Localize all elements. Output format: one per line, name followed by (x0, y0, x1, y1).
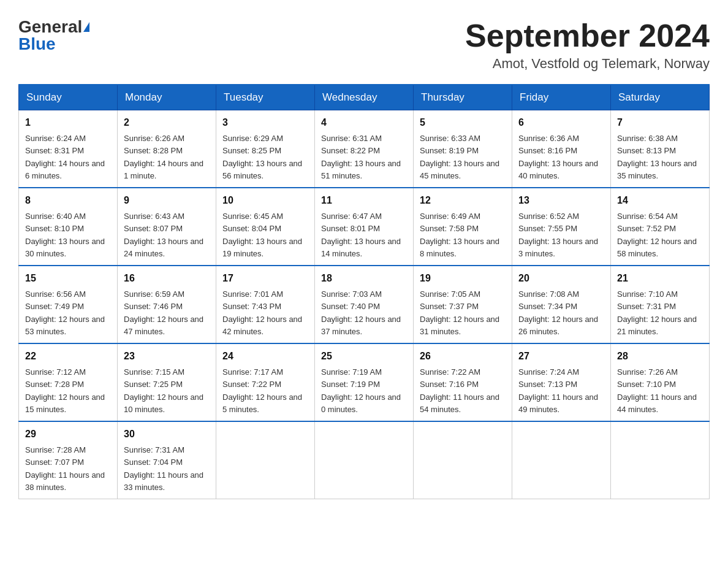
calendar-cell: 3Sunrise: 6:29 AMSunset: 8:25 PMDaylight… (216, 110, 315, 188)
cell-content: Sunrise: 6:36 AMSunset: 8:16 PMDaylight:… (518, 134, 598, 180)
day-number: 14 (617, 193, 703, 208)
title-section: September 2024 Amot, Vestfold og Telemar… (465, 18, 710, 72)
logo-blue-text: Blue (18, 36, 56, 53)
location-text: Amot, Vestfold og Telemark, Norway (465, 56, 710, 72)
cell-content: Sunrise: 6:33 AMSunset: 8:19 PMDaylight:… (420, 134, 499, 180)
calendar-cell: 27Sunrise: 7:24 AMSunset: 7:13 PMDayligh… (512, 343, 611, 421)
cell-content: Sunrise: 7:19 AMSunset: 7:19 PMDaylight:… (321, 367, 401, 414)
calendar-header-row: SundayMondayTuesdayWednesdayThursdayFrid… (19, 85, 710, 110)
cell-content: Sunrise: 7:28 AMSunset: 7:07 PMDaylight:… (25, 445, 105, 492)
calendar-cell: 6Sunrise: 6:36 AMSunset: 8:16 PMDaylight… (512, 110, 611, 188)
calendar-cell: 9Sunrise: 6:43 AMSunset: 8:07 PMDaylight… (118, 188, 216, 266)
calendar-cell: 7Sunrise: 6:38 AMSunset: 8:13 PMDaylight… (611, 110, 710, 188)
day-number: 22 (25, 349, 111, 364)
cell-content: Sunrise: 7:17 AMSunset: 7:22 PMDaylight:… (222, 367, 302, 414)
day-number: 11 (321, 193, 407, 208)
day-number: 10 (222, 193, 308, 208)
calendar-cell: 23Sunrise: 7:15 AMSunset: 7:25 PMDayligh… (118, 343, 216, 421)
day-number: 6 (518, 115, 604, 130)
header-friday: Friday (512, 85, 611, 110)
cell-content: Sunrise: 7:31 AMSunset: 7:04 PMDaylight:… (124, 445, 203, 492)
day-number: 21 (617, 271, 703, 286)
cell-content: Sunrise: 6:59 AMSunset: 7:46 PMDaylight:… (124, 289, 203, 336)
cell-content: Sunrise: 7:10 AMSunset: 7:31 PMDaylight:… (617, 289, 697, 336)
day-number: 18 (321, 271, 407, 286)
day-number: 26 (420, 349, 506, 364)
cell-content: Sunrise: 6:40 AMSunset: 8:10 PMDaylight:… (25, 212, 105, 258)
day-number: 30 (124, 427, 210, 442)
cell-content: Sunrise: 6:38 AMSunset: 8:13 PMDaylight:… (617, 134, 697, 180)
calendar-cell: 30Sunrise: 7:31 AMSunset: 7:04 PMDayligh… (118, 421, 216, 499)
cell-content: Sunrise: 7:26 AMSunset: 7:10 PMDaylight:… (617, 367, 697, 414)
header-tuesday: Tuesday (216, 85, 315, 110)
calendar-cell: 17Sunrise: 7:01 AMSunset: 7:43 PMDayligh… (216, 266, 315, 343)
day-number: 9 (124, 193, 210, 208)
cell-content: Sunrise: 6:29 AMSunset: 8:25 PMDaylight:… (222, 134, 302, 180)
day-number: 3 (222, 115, 308, 130)
page-header: General Blue September 2024 Amot, Vestfo… (18, 18, 710, 72)
calendar-cell: 8Sunrise: 6:40 AMSunset: 8:10 PMDaylight… (19, 188, 118, 266)
day-number: 7 (617, 115, 703, 130)
calendar-cell: 19Sunrise: 7:05 AMSunset: 7:37 PMDayligh… (414, 266, 512, 343)
day-number: 12 (420, 193, 506, 208)
header-thursday: Thursday (414, 85, 512, 110)
calendar-cell: 2Sunrise: 6:26 AMSunset: 8:28 PMDaylight… (118, 110, 216, 188)
calendar-cell: 25Sunrise: 7:19 AMSunset: 7:19 PMDayligh… (315, 343, 414, 421)
cell-content: Sunrise: 7:01 AMSunset: 7:43 PMDaylight:… (222, 289, 302, 336)
day-number: 25 (321, 349, 407, 364)
calendar-cell: 28Sunrise: 7:26 AMSunset: 7:10 PMDayligh… (611, 343, 710, 421)
logo-general-text: General (18, 18, 82, 36)
cell-content: Sunrise: 7:03 AMSunset: 7:40 PMDaylight:… (321, 289, 401, 336)
logo-triangle-icon (83, 22, 89, 32)
calendar-cell: 21Sunrise: 7:10 AMSunset: 7:31 PMDayligh… (611, 266, 710, 343)
calendar-cell: 12Sunrise: 6:49 AMSunset: 7:58 PMDayligh… (414, 188, 512, 266)
calendar-cell: 18Sunrise: 7:03 AMSunset: 7:40 PMDayligh… (315, 266, 414, 343)
header-sunday: Sunday (19, 85, 118, 110)
calendar-cell: 29Sunrise: 7:28 AMSunset: 7:07 PMDayligh… (19, 421, 118, 499)
day-number: 28 (617, 349, 703, 364)
day-number: 5 (420, 115, 506, 130)
calendar-cell: 5Sunrise: 6:33 AMSunset: 8:19 PMDaylight… (414, 110, 512, 188)
calendar-cell: 15Sunrise: 6:56 AMSunset: 7:49 PMDayligh… (19, 266, 118, 343)
month-title: September 2024 (465, 18, 710, 53)
calendar-cell: 24Sunrise: 7:17 AMSunset: 7:22 PMDayligh… (216, 343, 315, 421)
calendar-cell: 10Sunrise: 6:45 AMSunset: 8:04 PMDayligh… (216, 188, 315, 266)
cell-content: Sunrise: 6:52 AMSunset: 7:55 PMDaylight:… (518, 212, 598, 258)
cell-content: Sunrise: 7:15 AMSunset: 7:25 PMDaylight:… (124, 367, 203, 414)
calendar-cell: 1Sunrise: 6:24 AMSunset: 8:31 PMDaylight… (19, 110, 118, 188)
day-number: 16 (124, 271, 210, 286)
day-number: 1 (25, 115, 111, 130)
header-wednesday: Wednesday (315, 85, 414, 110)
calendar-cell: 4Sunrise: 6:31 AMSunset: 8:22 PMDaylight… (315, 110, 414, 188)
cell-content: Sunrise: 6:54 AMSunset: 7:52 PMDaylight:… (617, 212, 697, 258)
cell-content: Sunrise: 6:56 AMSunset: 7:49 PMDaylight:… (25, 289, 105, 336)
cell-content: Sunrise: 6:31 AMSunset: 8:22 PMDaylight:… (321, 134, 401, 180)
calendar-week-row: 15Sunrise: 6:56 AMSunset: 7:49 PMDayligh… (19, 266, 710, 343)
day-number: 4 (321, 115, 407, 130)
cell-content: Sunrise: 7:24 AMSunset: 7:13 PMDaylight:… (518, 367, 598, 414)
cell-content: Sunrise: 6:24 AMSunset: 8:31 PMDaylight:… (25, 134, 105, 180)
logo: General Blue (18, 18, 89, 53)
calendar-cell (315, 421, 414, 499)
day-number: 24 (222, 349, 308, 364)
calendar-week-row: 1Sunrise: 6:24 AMSunset: 8:31 PMDaylight… (19, 110, 710, 188)
header-monday: Monday (118, 85, 216, 110)
day-number: 8 (25, 193, 111, 208)
day-number: 13 (518, 193, 604, 208)
cell-content: Sunrise: 6:49 AMSunset: 7:58 PMDaylight:… (420, 212, 499, 258)
calendar-cell: 14Sunrise: 6:54 AMSunset: 7:52 PMDayligh… (611, 188, 710, 266)
cell-content: Sunrise: 6:43 AMSunset: 8:07 PMDaylight:… (124, 212, 203, 258)
day-number: 15 (25, 271, 111, 286)
calendar-week-row: 8Sunrise: 6:40 AMSunset: 8:10 PMDaylight… (19, 188, 710, 266)
calendar-cell (512, 421, 611, 499)
day-number: 19 (420, 271, 506, 286)
calendar-cell: 11Sunrise: 6:47 AMSunset: 8:01 PMDayligh… (315, 188, 414, 266)
day-number: 23 (124, 349, 210, 364)
cell-content: Sunrise: 6:47 AMSunset: 8:01 PMDaylight:… (321, 212, 401, 258)
cell-content: Sunrise: 7:08 AMSunset: 7:34 PMDaylight:… (518, 289, 598, 336)
header-saturday: Saturday (611, 85, 710, 110)
cell-content: Sunrise: 7:22 AMSunset: 7:16 PMDaylight:… (420, 367, 499, 414)
calendar-cell (611, 421, 710, 499)
day-number: 29 (25, 427, 111, 442)
cell-content: Sunrise: 7:12 AMSunset: 7:28 PMDaylight:… (25, 367, 105, 414)
